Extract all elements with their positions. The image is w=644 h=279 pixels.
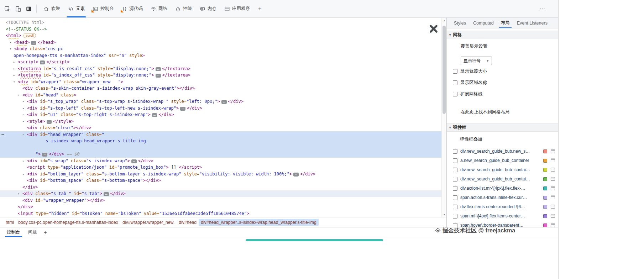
dom-tree-row[interactable]: ▸<textarea id="s_index_off_css" style="d… — [0, 72, 446, 79]
flex-overlay-checkbox[interactable] — [453, 214, 457, 219]
overlay-icon[interactable] — [550, 223, 555, 227]
dom-tree-row[interactable]: ▸<div id="bottom_layer" class="s-bottom-… — [0, 171, 446, 178]
collapse-arrow-icon[interactable]: ▾ — [13, 79, 15, 85]
overlay-icon[interactable] — [550, 167, 555, 172]
expand-arrow-icon[interactable]: ▸ — [22, 98, 24, 105]
flex-overlay-checkbox[interactable] — [453, 177, 457, 181]
node-actions-gutter[interactable]: ⋯ — [1, 131, 4, 138]
breadcrumb-item[interactable]: div#head — [177, 219, 199, 226]
dom-tree-row[interactable]: ▸<head>…</head> — [0, 39, 446, 46]
expand-inline-button[interactable]: … — [221, 100, 227, 104]
expand-inline-button[interactable]: … — [156, 67, 161, 71]
checkbox-track-sizes[interactable] — [453, 69, 457, 74]
tab-application[interactable]: 应用程序 — [220, 0, 254, 17]
drawer-tab-issues[interactable]: 问题 — [24, 227, 41, 237]
dom-tree-row[interactable]: <!--STATUS OK--> — [0, 26, 446, 33]
scroll-badge[interactable]: scroll — [23, 33, 36, 38]
checkbox-area-names[interactable] — [453, 80, 457, 85]
expand-inline-button[interactable]: … — [131, 159, 137, 163]
expand-arrow-icon[interactable]: ▸ — [22, 105, 24, 112]
expand-inline-button[interactable]: … — [31, 41, 36, 45]
flex-overlay-selector[interactable]: div.new_search_guide_bub_contai… — [460, 167, 530, 172]
dom-tree-row[interactable]: s-isindex-wrap head_wrapper s-title-img — [0, 138, 446, 144]
breadcrumb-item[interactable]: div#head_wrapper..s-isindex-wrap.head_wr… — [199, 219, 319, 226]
dom-tree-row[interactable]: ▾<body class="cos-pc — [0, 46, 446, 52]
overlay-icon[interactable] — [550, 158, 555, 163]
console-drawer-content[interactable] — [0, 237, 558, 279]
overlay-icon[interactable] — [550, 204, 555, 209]
flex-overlay-selector[interactable]: div.action-list.mr-\[4px\].flex.flex-… — [460, 186, 525, 191]
dom-tree-row[interactable]: </div> — [0, 204, 446, 210]
dom-tree-row[interactable]: <div class="clear"></div> — [0, 125, 446, 131]
scroll-down-icon[interactable]: ▼ — [442, 213, 446, 216]
sidebar-tab-styles[interactable]: Styles — [450, 18, 470, 28]
flex-overlay-checkbox[interactable] — [453, 168, 457, 172]
flex-overlay-selector[interactable]: div.new_search_guide_bub_contai… — [460, 177, 530, 181]
add-tab-button[interactable]: + — [254, 5, 266, 12]
sidebar-tab-event-listeners[interactable]: Event Listeners — [513, 18, 551, 28]
tab-welcome[interactable]: 欢迎 — [40, 0, 64, 17]
dom-tree-row[interactable]: <html>scroll — [0, 32, 446, 39]
dom-tree-row[interactable] — [0, 144, 446, 151]
expand-inline-button[interactable]: … — [293, 173, 299, 177]
tab-sources[interactable]: 源代码 — [118, 0, 147, 17]
inspect-element-icon[interactable] — [4, 5, 11, 13]
tab-console[interactable]: 控制台 — [89, 0, 118, 17]
dom-tree-row[interactable]: <div id="bottom_space" class="s-bottom-s… — [0, 177, 446, 184]
flex-overlay-checkbox[interactable] — [453, 149, 457, 154]
scrollbar-thumb[interactable] — [443, 26, 446, 114]
drawer-tab-console[interactable]: 控制台 — [3, 227, 24, 237]
dom-tree-row[interactable]: <div id="wrapper_wrapper"></div> — [0, 197, 446, 204]
grid-line-display-select[interactable]: 显示行号 ▼ — [461, 57, 492, 65]
flex-overlay-selector[interactable]: div.new_search_guide_bub.new_s… — [460, 149, 530, 154]
dom-tree-row[interactable]: <!DOCTYPE html> — [0, 19, 446, 26]
dom-tree-row[interactable]: ▸<div id="u1" class="s-top-right s-isind… — [0, 111, 446, 118]
expand-arrow-icon[interactable]: ▸ — [18, 190, 20, 197]
overlay-icon[interactable] — [550, 214, 555, 219]
dom-tree-row[interactable]: ">…</div> == $0 — [0, 151, 446, 158]
tab-performance[interactable]: 性能 — [171, 0, 196, 17]
dom-tree-row[interactable]: ▾<div id="head" class> — [0, 92, 446, 99]
flex-overlay-checkbox[interactable] — [453, 186, 457, 191]
grid-section-header[interactable]: ▾ 网格 — [447, 31, 558, 39]
overlay-icon[interactable] — [550, 149, 555, 154]
expand-inline-button[interactable]: … — [156, 74, 161, 78]
sidebar-tab-layout[interactable]: 布局 — [497, 18, 513, 28]
dom-tree-row[interactable]: ▸<textarea id="s_is_result_css" style="d… — [0, 65, 446, 72]
expand-arrow-icon[interactable]: ▸ — [22, 131, 24, 138]
flex-overlay-selector[interactable]: span.action.s-trans.inline-flex.cur… — [460, 195, 527, 200]
overlay-icon[interactable] — [550, 186, 555, 191]
flex-overlay-checkbox[interactable] — [453, 195, 457, 200]
flex-overlay-selector[interactable]: a.new_search_guide_bub_container — [460, 158, 529, 163]
collapse-arrow-icon[interactable]: ▾ — [18, 92, 20, 99]
dom-tree-row[interactable]: ▸<div class="s_tab " id="s_tab">…</div> — [0, 190, 446, 197]
expand-inline-button[interactable]: … — [152, 113, 157, 117]
expand-arrow-icon[interactable]: ▸ — [13, 72, 15, 79]
expand-inline-button[interactable]: … — [180, 107, 185, 111]
scroll-up-icon[interactable]: ▲ — [442, 19, 446, 22]
flex-overlay-checkbox[interactable] — [453, 158, 457, 163]
elements-scrollbar[interactable]: ▲ ▼ — [441, 18, 446, 217]
dom-tree-row[interactable]: ⋯▸<div id="head_wrapper" class=" — [0, 131, 446, 138]
dock-panel-icon[interactable] — [25, 5, 33, 13]
dom-tree-row[interactable]: <div class="s-skin-container s-isindex-w… — [0, 85, 446, 92]
flex-overlay-selector[interactable]: div.flex.items-center.rounded-\[6… — [460, 204, 525, 209]
breadcrumb-item[interactable]: div#wrapper.wrapper_new. — [120, 219, 177, 226]
expand-arrow-icon[interactable]: ▸ — [22, 171, 24, 178]
more-options-button[interactable]: ⋯ — [539, 5, 545, 12]
expand-arrow-icon[interactable]: ▸ — [13, 65, 15, 72]
dom-tree-row[interactable]: ▸<div id="s_wrap" class="s-isindex-wrap"… — [0, 158, 446, 164]
expand-arrow-icon[interactable]: ▸ — [10, 39, 11, 46]
dom-tree-row[interactable]: open-homepage-tts s-manhattan-index" ssr… — [0, 52, 446, 59]
tab-network[interactable]: 网络 — [147, 0, 171, 17]
dom-tree-row[interactable]: ▸<div id="s_top_wrap" class="s-top-wrap … — [0, 98, 446, 105]
expand-inline-button[interactable]: … — [104, 192, 109, 196]
dom-tree-row[interactable]: ▸<div id="s-top-left" class="s-top-left-… — [0, 105, 446, 112]
dom-tree-row[interactable]: <input type="hidden" id="bsToken" name="… — [0, 210, 446, 217]
overlay-icon[interactable] — [550, 177, 555, 181]
dom-tree-row[interactable]: <script type="application/json" id="prom… — [0, 164, 446, 171]
flex-overlay-selector[interactable]: span.ml-\[4px\].flex.items-center… — [460, 214, 525, 219]
expand-arrow-icon[interactable]: ▸ — [22, 158, 24, 164]
dom-tree-row[interactable]: ▸<script>…</script> — [0, 59, 446, 65]
flex-overlay-checkbox[interactable] — [453, 205, 457, 209]
